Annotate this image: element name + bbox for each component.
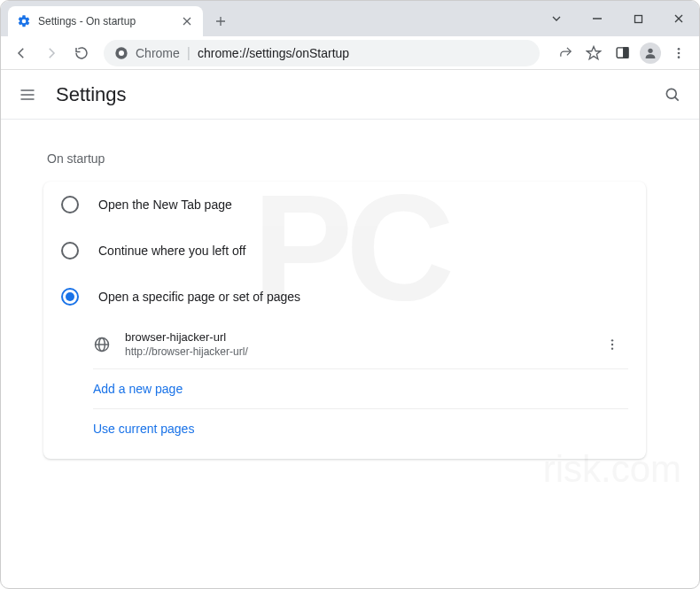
svg-point-26 <box>611 339 613 341</box>
svg-point-27 <box>611 343 613 345</box>
radio-label: Continue where you left off <box>98 244 245 258</box>
forward-button[interactable] <box>38 40 65 66</box>
chrome-menu-button[interactable] <box>665 40 692 66</box>
radio-continue[interactable]: Continue where you left off <box>43 228 646 274</box>
settings-content: On startup Open the New Tab page Continu… <box>1 120 699 494</box>
svg-point-9 <box>119 50 124 56</box>
close-window-button[interactable] <box>658 1 699 36</box>
new-tab-button[interactable] <box>208 9 233 34</box>
use-current-pages-link[interactable]: Use current pages <box>93 409 628 452</box>
svg-point-15 <box>678 48 681 50</box>
radio-specific-pages[interactable]: Open a specific page or set of pages <box>43 274 646 320</box>
radio-new-tab[interactable]: Open the New Tab page <box>43 182 646 228</box>
address-bar[interactable]: Chrome | chrome://settings/onStartup <box>104 40 540 66</box>
globe-icon <box>93 336 111 353</box>
radio-label: Open the New Tab page <box>98 198 232 212</box>
radio-label: Open a specific page or set of pages <box>98 290 300 304</box>
radio-icon <box>61 242 79 260</box>
tab-title: Settings - On startup <box>38 15 173 27</box>
svg-point-21 <box>666 89 676 98</box>
page-title: Settings <box>56 83 644 106</box>
svg-point-28 <box>611 347 613 349</box>
settings-gear-icon <box>17 14 31 28</box>
settings-header: Settings <box>1 70 699 120</box>
profile-button[interactable] <box>637 40 664 66</box>
browser-tab[interactable]: Settings - On startup <box>8 6 203 36</box>
omnibox-separator: | <box>187 45 191 61</box>
specific-pages-list: browser-hijacker-url http://browser-hija… <box>43 320 646 459</box>
chrome-site-icon <box>114 46 128 60</box>
page-entry-more-button[interactable] <box>602 334 623 355</box>
svg-marker-10 <box>587 46 601 58</box>
omnibox-url: chrome://settings/onStartup <box>198 46 349 60</box>
svg-point-14 <box>648 48 652 52</box>
window-controls <box>536 1 699 36</box>
svg-point-17 <box>678 56 681 58</box>
svg-point-16 <box>678 51 681 54</box>
page-entry-title: browser-hijacker-url <box>125 330 587 344</box>
tab-search-button[interactable] <box>536 1 577 36</box>
startup-card: Open the New Tab page Continue where you… <box>43 182 646 459</box>
bookmark-button[interactable] <box>580 40 607 66</box>
reload-button[interactable] <box>68 40 95 66</box>
svg-rect-13 <box>623 48 627 58</box>
radio-icon <box>61 288 79 306</box>
radio-icon <box>61 196 79 213</box>
share-button[interactable] <box>552 40 579 66</box>
svg-line-22 <box>675 97 679 100</box>
section-label: On startup <box>47 151 681 166</box>
menu-button[interactable] <box>17 84 38 105</box>
back-button[interactable] <box>8 40 35 66</box>
browser-toolbar: Chrome | chrome://settings/onStartup <box>1 36 699 70</box>
add-new-page-link[interactable]: Add a new page <box>93 369 628 409</box>
maximize-button[interactable] <box>618 1 658 36</box>
close-tab-button[interactable] <box>180 14 194 28</box>
omnibox-origin: Chrome <box>136 46 180 60</box>
search-settings-button[interactable] <box>662 84 683 105</box>
page-entry: browser-hijacker-url http://browser-hija… <box>93 320 628 369</box>
minimize-button[interactable] <box>577 1 618 36</box>
page-entry-url: http://browser-hijacker-url/ <box>125 345 587 358</box>
window-titlebar: Settings - On startup <box>1 1 699 36</box>
side-panel-button[interactable] <box>609 40 635 66</box>
svg-rect-5 <box>634 15 642 22</box>
